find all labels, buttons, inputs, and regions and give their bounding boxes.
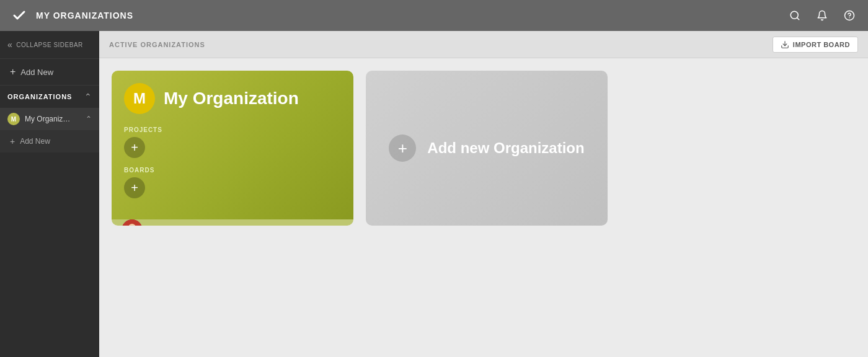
org-item-left: M My Organizat... (7, 113, 74, 125)
projects-label: PROJECTS (124, 126, 341, 133)
header-icons (786, 7, 858, 24)
sub-plus-icon: + (10, 136, 15, 146)
sidebar-section-header: ORGANIZATIONS ⌃ (0, 86, 99, 108)
boards-section: BOARDS + (124, 167, 341, 207)
add-board-icon: + (131, 181, 138, 195)
add-org-plus-icon: + (389, 134, 416, 162)
org-chevron-icon: ⌃ (86, 115, 92, 123)
sidebar-sub-add-new-label: Add New (20, 137, 50, 146)
bell-icon[interactable] (813, 7, 831, 24)
content-area: ACTIVE ORGANIZATIONS IMPORT BOARD M My O… (99, 31, 868, 357)
sidebar-org-name: My Organizat... (25, 115, 74, 123)
app-logo (10, 6, 29, 25)
main-body: « COLLAPSE SIDEBAR + Add New ORGANIZATIO… (0, 31, 868, 357)
sidebar: « COLLAPSE SIDEBAR + Add New ORGANIZATIO… (0, 31, 99, 357)
add-org-card[interactable]: + Add new Organization (366, 71, 608, 226)
top-header: MY ORGANIZATIONS (0, 0, 868, 31)
org-card[interactable]: M My Organization PROJECTS + BOARDS + (112, 71, 353, 226)
org-card-name: My Organization (164, 89, 299, 108)
chevron-left-icon: « (7, 40, 12, 50)
projects-section: PROJECTS + (124, 126, 341, 167)
svg-line-1 (797, 17, 799, 19)
active-organizations-label: ACTIVE ORGANIZATIONS (109, 41, 205, 48)
collapse-sidebar-label: COLLAPSE SIDEBAR (16, 42, 82, 48)
boards-label: BOARDS (124, 167, 341, 174)
cards-grid: M My Organization PROJECTS + BOARDS + (99, 58, 868, 250)
section-chevron-icon[interactable]: ⌃ (84, 92, 92, 102)
org-card-footer (112, 219, 353, 226)
add-org-label: Add new Organization (427, 139, 584, 157)
org-avatar-large: M (124, 83, 155, 114)
add-board-button[interactable]: + (124, 177, 145, 198)
help-icon[interactable] (841, 7, 858, 24)
sidebar-add-new-button[interactable]: + Add New (0, 59, 99, 86)
add-project-icon: + (131, 141, 138, 155)
sidebar-org-item[interactable]: M My Organizat... ⌃ (0, 108, 99, 130)
organizations-section-label: ORGANIZATIONS (7, 93, 72, 100)
org-avatar-small: M (7, 113, 20, 125)
sidebar-add-new-sub-button[interactable]: + Add New (0, 130, 99, 152)
search-icon[interactable] (786, 7, 804, 24)
content-header: ACTIVE ORGANIZATIONS IMPORT BOARD (99, 31, 868, 58)
org-card-main: M My Organization PROJECTS + BOARDS + (112, 71, 353, 219)
collapse-sidebar-button[interactable]: « COLLAPSE SIDEBAR (0, 31, 99, 59)
avatar (122, 219, 143, 226)
import-icon (781, 40, 789, 49)
avatar-svg (122, 219, 143, 226)
sidebar-add-new-label: Add New (20, 68, 53, 77)
page-title: MY ORGANIZATIONS (36, 11, 779, 20)
org-card-header: M My Organization (124, 83, 341, 114)
add-project-button[interactable]: + (124, 137, 145, 158)
import-board-button[interactable]: IMPORT BOARD (773, 37, 858, 53)
plus-icon: + (10, 66, 16, 77)
user-avatar-img (122, 219, 143, 226)
import-board-label: IMPORT BOARD (793, 41, 850, 48)
